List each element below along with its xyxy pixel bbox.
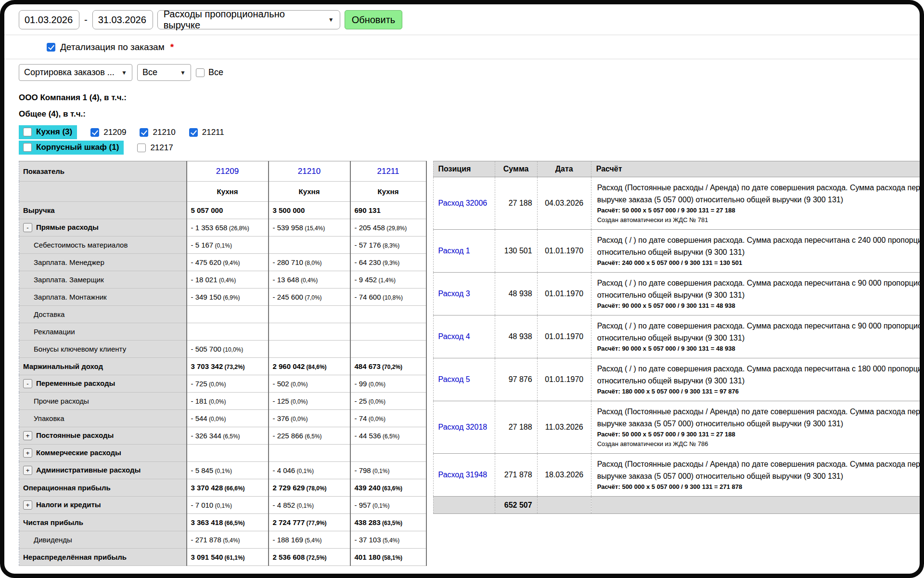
value-number: 690 131 (355, 206, 381, 214)
calc-line: Расход ( / ) по дате совершения расхода.… (597, 320, 920, 332)
expand-button[interactable]: + (23, 500, 32, 510)
calc-line: выручке заказа (5 057 000) относительно … (597, 194, 920, 206)
position-cell: Расход 32006 (433, 177, 495, 230)
expense-link[interactable]: Расход 4 (438, 332, 470, 341)
date-from-input[interactable]: 01.03.2026 (19, 10, 79, 29)
expense-link[interactable]: Расход 32018 (438, 423, 488, 431)
table-row: +Налоги и кредиты- 7 010 (0,1%)- 4 852 (… (19, 497, 426, 514)
order-checkbox[interactable] (189, 128, 198, 137)
calc-line: Расход ( / ) по дате совершения расхода.… (597, 363, 920, 375)
order-id-link[interactable]: 21210 (298, 167, 321, 176)
value-cell: - 5 845 (0,1%) (187, 462, 269, 479)
order-checkbox[interactable] (90, 128, 99, 137)
expense-link[interactable]: Расход 1 (438, 247, 470, 255)
table-row: Прочие расходы- 181 (0,0%)- 125 (0,0%)- … (19, 393, 426, 410)
expense-row: Расход 1130 50101.01.1970Расход ( / ) по… (433, 230, 920, 273)
value-number: - 957 (355, 501, 371, 509)
row-label-cell: +Постоянные расходы (19, 427, 187, 445)
date-cell: 04.03.2026 (537, 177, 591, 230)
value-number: 3 091 540 (191, 553, 223, 561)
value-number: - 64 230 (355, 258, 381, 266)
position-cell: Расход 3 (433, 273, 495, 315)
detail-checkbox[interactable] (47, 43, 55, 52)
order-group-row: Корпусный шкаф (1)21217 (19, 141, 920, 155)
expand-button[interactable]: + (23, 466, 32, 475)
date-to-input[interactable]: 31.03.2026 (92, 10, 153, 29)
expense-link[interactable]: Расход 5 (438, 375, 470, 383)
calc-line: Расход ( / ) по дате совершения расхода.… (597, 277, 920, 289)
row-label: Налоги и кредиты (36, 500, 101, 509)
table-row: Чистая прибыль3 363 418 (66,5%)2 724 777… (19, 514, 426, 531)
group-checkbox[interactable] (23, 128, 32, 136)
value-percent: (6,5%) (381, 433, 400, 440)
order-checkbox-label: 21210 (153, 128, 175, 137)
value-number: - 349 150 (191, 293, 221, 301)
position-cell: Расход 4 (433, 315, 495, 358)
row-label-cell: -Прямые расходы (19, 219, 187, 236)
calc-line: Расчёт: 90 000 x 5 057 000 / 9 300 131 =… (597, 344, 920, 354)
sort-orders-select[interactable]: Сортировка заказов ... ▼ (19, 64, 132, 81)
table-row: +Постоянные расходы- 326 344 (6,5%)- 225… (19, 427, 426, 445)
order-id-link[interactable]: 21211 (377, 167, 399, 176)
value-cell (350, 341, 426, 358)
value-cell: - 502 (0,0%) (269, 375, 350, 393)
expand-button[interactable]: + (23, 431, 32, 440)
value-cell: - 544 (0,0%) (187, 410, 269, 427)
value-percent: (0,0%) (289, 381, 308, 388)
value-percent: (0,0%) (289, 416, 308, 422)
value-cell: 3 703 342 (73,2%) (187, 358, 269, 375)
row-label-cell: Доставка (19, 306, 187, 323)
value-percent: (84,6%) (305, 364, 326, 370)
expense-link[interactable]: Расход 31948 (438, 471, 488, 479)
value-number: - 25 (355, 397, 367, 405)
value-cell: - 271 878 (5,4%) (187, 531, 269, 549)
order-groups: Кухня (3)212092121021211Корпусный шкаф (… (4, 125, 920, 155)
date-cell: 01.01.1970 (537, 315, 591, 358)
group-checkbox[interactable] (23, 143, 32, 152)
scope-select[interactable]: Все ▼ (137, 64, 191, 81)
value-number: 2 536 608 (273, 553, 305, 561)
order-checkbox-item: 21210 (140, 128, 175, 137)
col-header-3: Расчёт (591, 161, 920, 177)
value-cell (269, 445, 350, 462)
expand-button[interactable]: + (23, 448, 32, 458)
value-number: - 225 866 (273, 432, 303, 440)
value-number: 3 370 428 (191, 484, 223, 492)
total-row: 652 507 (433, 497, 920, 514)
value-cell: 3 091 540 (61,1%) (187, 549, 269, 566)
order-checkbox[interactable] (137, 144, 146, 152)
order-checkbox[interactable] (140, 128, 148, 137)
value-cell: - 181 (0,0%) (187, 393, 269, 410)
row-label-cell: +Налоги и кредиты (19, 497, 187, 514)
calc-line: Расчёт: 240 000 x 5 057 000 / 9 300 131 … (597, 258, 920, 268)
value-cell: - 57 176 (8,3%) (350, 236, 426, 254)
chevron-down-icon: ▼ (180, 69, 186, 76)
calc-cell: Расход ( / ) по дате совершения расхода.… (591, 273, 920, 315)
value-cell: - 9 452 (1,4%) (350, 271, 426, 289)
table-row: Зарплата. Замерщик- 18 021 (0,4%)- 13 64… (19, 271, 426, 289)
value-percent: (0,4%) (218, 277, 236, 284)
date-cell: 11.03.2026 (537, 401, 591, 454)
refresh-button[interactable]: Обновить (345, 10, 403, 29)
collapse-button[interactable]: - (23, 379, 32, 388)
expense-link[interactable]: Расход 3 (438, 289, 470, 298)
value-cell: - 1 353 658 (26,8%) (187, 219, 269, 236)
value-percent: (0,0%) (367, 416, 385, 422)
value-cell: 439 240 (63,6%) (350, 479, 426, 497)
value-number: 3 363 418 (191, 518, 223, 526)
table-row: Зарплата. Менеджер- 475 620 (9,4%)- 280 … (19, 254, 426, 271)
collapse-button[interactable]: - (23, 223, 32, 232)
all-checkbox[interactable] (196, 68, 205, 77)
value-number: - 74 600 (355, 293, 381, 301)
value-percent: (10,0%) (221, 346, 243, 353)
value-cell: - 99 (0,0%) (350, 375, 426, 393)
value-number: - 37 103 (355, 536, 381, 544)
value-percent: (0,1%) (371, 468, 390, 474)
row-label: Операционная прибыль (23, 484, 111, 492)
order-id-link[interactable]: 21209 (216, 167, 239, 176)
expense-link[interactable]: Расход 32006 (438, 199, 488, 207)
row-label: Выручка (23, 206, 55, 214)
group-chip: Корпусный шкаф (1) (19, 141, 124, 155)
mode-select[interactable]: Расходы пропорционально выручке ▼ (157, 10, 340, 29)
value-percent: (8,0%) (303, 260, 322, 266)
